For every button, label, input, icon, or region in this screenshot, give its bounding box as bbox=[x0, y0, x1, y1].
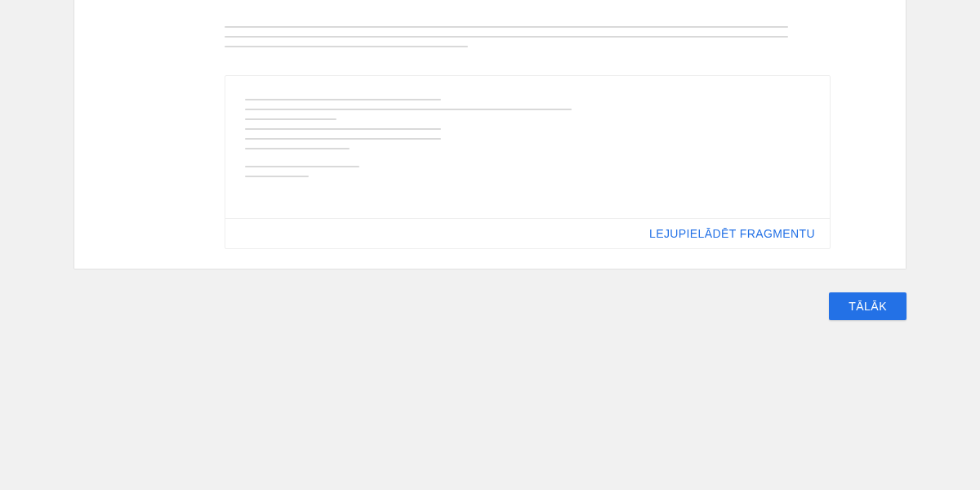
code-snippet-card: LEJUPIELĀDĒT FRAGMENTU bbox=[225, 75, 831, 249]
code-placeholder-line bbox=[245, 148, 350, 149]
code-placeholder-gap bbox=[245, 158, 810, 166]
main-card: LEJUPIELĀDĒT FRAGMENTU bbox=[74, 0, 906, 270]
text-placeholder-line bbox=[225, 46, 468, 47]
code-snippet-footer: LEJUPIELĀDĒT FRAGMENTU bbox=[225, 218, 830, 248]
download-snippet-button[interactable]: LEJUPIELĀDĒT FRAGMENTU bbox=[649, 227, 815, 240]
code-placeholder-line bbox=[245, 166, 359, 167]
code-placeholder-line bbox=[245, 99, 441, 100]
code-placeholder-line bbox=[245, 118, 336, 120]
description-placeholder bbox=[225, 0, 831, 47]
text-placeholder-line bbox=[225, 36, 788, 38]
code-placeholder-line bbox=[245, 176, 309, 177]
footer-row: TĀLĀK bbox=[74, 292, 906, 320]
code-placeholder-line bbox=[245, 109, 572, 110]
content-box: LEJUPIELĀDĒT FRAGMENTU bbox=[74, 0, 906, 249]
code-placeholder-line bbox=[245, 128, 441, 130]
code-snippet-body bbox=[225, 76, 830, 218]
code-placeholder-line bbox=[245, 138, 441, 140]
text-placeholder-line bbox=[225, 26, 788, 28]
next-button[interactable]: TĀLĀK bbox=[829, 292, 906, 320]
